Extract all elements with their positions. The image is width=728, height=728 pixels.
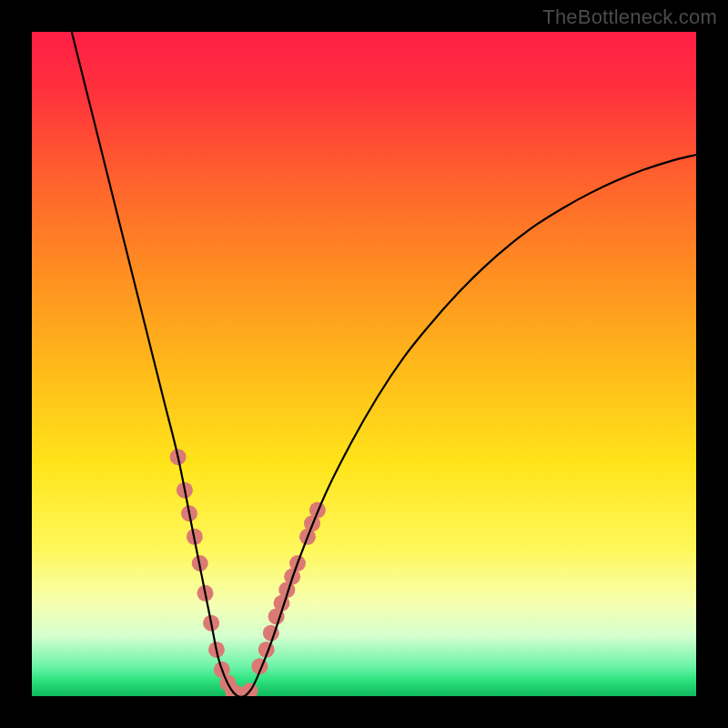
plot-area [32,32,696,696]
watermark-text: TheBottleneck.com [542,5,717,29]
marker-point [241,682,258,696]
chart-frame: TheBottleneck.com [0,0,728,728]
marker-group [170,449,326,696]
curve-layer [32,32,696,696]
bottleneck-curve [72,32,696,696]
